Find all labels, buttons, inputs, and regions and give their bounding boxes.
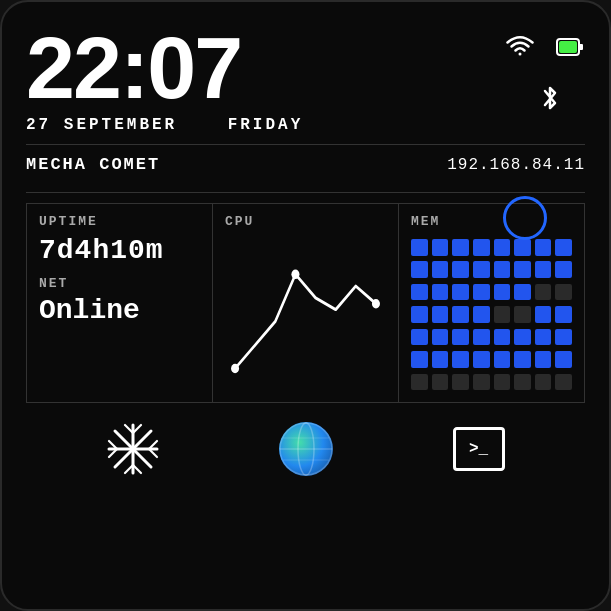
mem-cell: [473, 329, 490, 346]
globe-icon: [279, 422, 333, 476]
snowflake-bottom-icon: [105, 421, 161, 477]
clock-colon: :: [120, 24, 147, 112]
mem-cell: [452, 329, 469, 346]
mem-cell: [494, 329, 511, 346]
mem-cell: [535, 284, 552, 301]
clock-weekday: FRIDAY: [228, 116, 304, 134]
hostname-row: MECHA COMET 192.168.84.11: [26, 155, 585, 174]
clock-day: 27 SEPTEMBER: [26, 116, 177, 134]
mem-cell: [514, 306, 531, 323]
bottom-snowflake-button[interactable]: [103, 419, 163, 479]
uptime-label: UPTIME: [39, 214, 200, 229]
bluetooth-icon: [535, 83, 565, 120]
clock-hours: 22: [26, 18, 120, 117]
mem-cell: [555, 284, 572, 301]
mem-cell: [535, 374, 552, 391]
mem-cell: [411, 239, 428, 256]
globe-button[interactable]: [276, 419, 336, 479]
mem-cell: [535, 329, 552, 346]
uptime-panel: UPTIME 7d4h10m NET Online: [27, 204, 213, 402]
mem-cell: [432, 284, 449, 301]
mem-cell: [452, 374, 469, 391]
mem-cell: [535, 351, 552, 368]
mem-cell: [411, 284, 428, 301]
status-icons-area: ✳: [505, 24, 585, 120]
mem-cell: [432, 239, 449, 256]
clock-display: 22:07: [26, 24, 303, 112]
mem-cell: [514, 261, 531, 278]
mem-cell: [452, 351, 469, 368]
ip-highlight-circle: [503, 196, 547, 240]
mem-cell: [432, 329, 449, 346]
mem-cell: [494, 261, 511, 278]
svg-point-5: [291, 270, 299, 279]
mem-cell: [514, 351, 531, 368]
icons-row-2: ✳: [535, 83, 585, 120]
mem-cell: [555, 374, 572, 391]
hostname-text: MECHA COMET: [26, 155, 160, 174]
mem-cell: [452, 284, 469, 301]
icons-row-1: [505, 32, 585, 69]
svg-point-6: [372, 299, 380, 308]
mem-cell: [411, 351, 428, 368]
mem-cell: [494, 306, 511, 323]
mem-cell: [555, 329, 572, 346]
clock-minutes: 07: [147, 18, 241, 117]
divider-2: [26, 192, 585, 193]
clock-date: 27 SEPTEMBER FRIDAY: [26, 116, 303, 134]
mem-cell: [411, 306, 428, 323]
cpu-panel: CPU: [213, 204, 399, 402]
mem-cell: [494, 374, 511, 391]
bottom-bar: >_: [26, 419, 585, 479]
terminal-prompt-text: >_: [469, 440, 488, 458]
mem-cell: [432, 351, 449, 368]
mem-grid: [411, 239, 572, 392]
cpu-label: CPU: [225, 214, 386, 229]
mem-cell: [494, 239, 511, 256]
mem-cell: [432, 374, 449, 391]
mem-cell: [535, 306, 552, 323]
mem-cell: [514, 374, 531, 391]
stats-section: UPTIME 7d4h10m NET Online CPU MEM: [26, 203, 585, 403]
mem-cell: [473, 351, 490, 368]
svg-rect-1: [579, 44, 583, 50]
mem-cell: [514, 284, 531, 301]
top-section: 22:07 27 SEPTEMBER FRIDAY: [26, 24, 585, 134]
mem-cell: [555, 351, 572, 368]
svg-point-4: [231, 364, 239, 373]
mem-cell: [473, 261, 490, 278]
mem-cell: [555, 239, 572, 256]
mem-cell: [514, 239, 531, 256]
mem-cell: [432, 306, 449, 323]
uptime-value: 7d4h10m: [39, 235, 200, 266]
mem-cell: [494, 351, 511, 368]
mem-cell: [514, 329, 531, 346]
ip-text: 192.168.84.11: [447, 156, 585, 174]
mem-cell: [494, 284, 511, 301]
mem-cell: [473, 239, 490, 256]
divider-1: [26, 144, 585, 145]
cpu-chart: [225, 239, 386, 392]
mem-cell: [535, 239, 552, 256]
mem-cell: [411, 261, 428, 278]
net-label: NET: [39, 276, 200, 291]
mem-cell: [473, 374, 490, 391]
clock-area: 22:07 27 SEPTEMBER FRIDAY: [26, 24, 303, 134]
mem-cell: [473, 284, 490, 301]
mem-cell: [411, 374, 428, 391]
mem-cell: [555, 261, 572, 278]
mem-cell: [452, 306, 469, 323]
mem-panel: MEM: [399, 204, 584, 402]
mem-cell: [555, 306, 572, 323]
mem-cell: [411, 329, 428, 346]
wifi-icon: [505, 32, 535, 69]
terminal-button[interactable]: >_: [449, 419, 509, 479]
svg-rect-2: [559, 41, 577, 53]
terminal-icon: >_: [453, 427, 505, 471]
mem-label: MEM: [411, 214, 572, 229]
mem-cell: [535, 261, 552, 278]
mem-cell: [473, 306, 490, 323]
mem-cell: [432, 261, 449, 278]
mem-cell: [452, 239, 469, 256]
battery-icon: [555, 32, 585, 69]
